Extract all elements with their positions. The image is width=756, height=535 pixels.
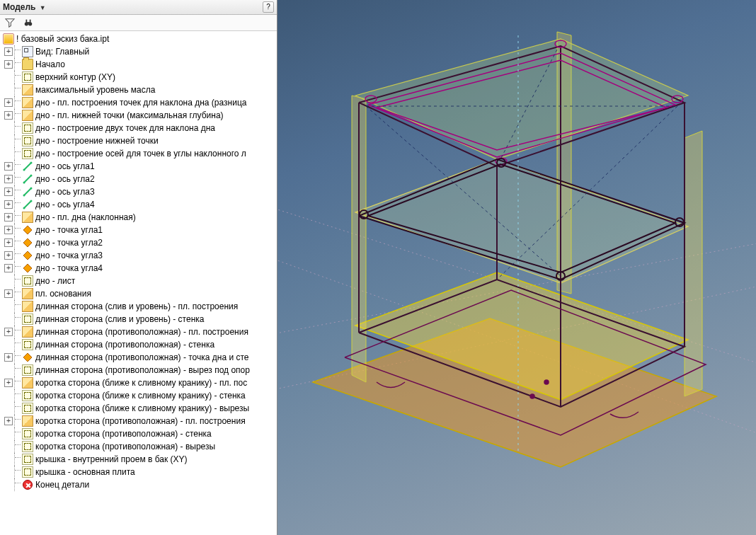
expand-toggle[interactable]: + (4, 379, 13, 387)
tree-item-label: пл. основания (35, 289, 91, 299)
tree-connector (14, 415, 21, 427)
expand-toggle[interactable]: + (4, 188, 13, 196)
tree-item-label: дно - точка угла2 (35, 238, 103, 248)
expand-toggle[interactable]: + (4, 264, 13, 272)
view-icon (22, 46, 33, 57)
work-point-icon (22, 352, 33, 363)
expand-toggle[interactable]: + (4, 226, 13, 234)
tree-item[interactable]: коротка сторона (противоположная) - стен… (1, 427, 277, 440)
tree-item[interactable]: +Начало (1, 58, 277, 71)
tree-item[interactable]: дно - построение двух точек для наклона … (1, 122, 277, 134)
panel-title[interactable]: Модель ▼ (3, 2, 260, 12)
tree-item-label: коротка сторона (ближе к сливному краник… (35, 403, 249, 413)
tree-item[interactable]: максимальный уровень масла (1, 84, 277, 96)
expand-toggle[interactable]: + (4, 213, 13, 222)
tree-item[interactable]: Конец детали (1, 478, 277, 491)
expand-toggle[interactable]: + (4, 328, 13, 336)
tree-connector (14, 122, 21, 134)
3d-viewport[interactable] (277, 0, 756, 535)
expand-toggle[interactable]: + (4, 60, 13, 69)
tree-item[interactable]: +коротка сторона (противоположная) - пл.… (1, 415, 277, 427)
tree-item[interactable]: +дно - точка угла2 (1, 236, 277, 249)
tree-item[interactable]: +дно - ось угла4 (1, 198, 277, 211)
tree-item-label: дно - точка угла1 (35, 225, 103, 235)
expand-toggle[interactable]: + (4, 175, 13, 183)
tree-item[interactable]: длинная сторона (противоположная) - стен… (1, 338, 277, 351)
help-button[interactable]: ? (263, 1, 274, 13)
svg-point-6 (23, 169, 25, 171)
expand-spacer (4, 442, 13, 451)
tree-connector (14, 300, 21, 313)
tree-item[interactable]: +дно - ось угла1 (1, 160, 277, 173)
tree-item[interactable]: дно - построение осей для точек в углы н… (1, 147, 277, 160)
sketch-icon (22, 441, 33, 452)
expand-toggle[interactable]: + (4, 47, 13, 56)
expand-toggle[interactable]: + (4, 353, 13, 362)
work-axis-icon (22, 161, 33, 172)
tree-item-label: длинная сторона (противоположная) - точк… (35, 352, 249, 362)
expand-toggle[interactable]: + (4, 111, 13, 120)
tree-item-label: коротка сторона (ближе к сливному краник… (35, 378, 247, 388)
sketch-icon (22, 148, 33, 159)
tree-connector (14, 84, 21, 96)
tree-item[interactable]: дно - лист (1, 275, 277, 287)
expand-toggle[interactable]: + (4, 162, 13, 171)
expand-toggle[interactable]: + (4, 98, 13, 107)
tree-item[interactable]: +длинная сторона (противоположная) - пл.… (1, 326, 277, 338)
tree-item[interactable]: +дно - точка угла1 (1, 224, 277, 236)
tree-item[interactable]: +дно - пл. нижней точки (максимальная гл… (1, 109, 277, 122)
expand-spacer (4, 73, 13, 81)
svg-marker-30 (685, 131, 702, 396)
tree-item[interactable]: длинная сторона (противоположная) - выре… (1, 364, 277, 376)
tree-connector (14, 45, 21, 58)
tree-item[interactable]: +дно - пл. дна (наклонная) (1, 211, 277, 224)
tree-item[interactable]: +Вид: Главный (1, 45, 277, 58)
tree-item-label: Конец детали (35, 480, 89, 490)
tree-item[interactable]: +коротка сторона (ближе к сливному крани… (1, 376, 277, 389)
expand-spacer (4, 468, 13, 476)
tree-item[interactable]: +дно - ось угла2 (1, 173, 277, 185)
model-canvas (277, 0, 756, 535)
work-plane-icon (22, 301, 33, 312)
expand-spacer (4, 430, 13, 438)
tree-item[interactable]: крышка - внутренний проем в бак (XY) (1, 453, 277, 466)
tree-item[interactable]: длинная сторона (слив и уровень) - пл. п… (1, 300, 277, 313)
tree-item[interactable]: коротка сторона (ближе к сливному краник… (1, 389, 277, 402)
tree-item[interactable]: +пл. основания (1, 287, 277, 300)
find-icon[interactable] (23, 17, 34, 28)
feature-tree[interactable]: ! базовый эскиз бака.ipt +Вид: Главный+Н… (0, 31, 277, 535)
tree-connector (14, 262, 21, 275)
svg-line-8 (24, 176, 31, 183)
tree-item-label: длинная сторона (слив и уровень) - стенк… (35, 314, 204, 324)
svg-line-5 (24, 163, 31, 170)
tree-item-label: коротка сторона (ближе к сливному краник… (35, 391, 246, 401)
expand-toggle[interactable]: + (4, 417, 13, 425)
tree-connector (14, 134, 21, 147)
expand-toggle[interactable]: + (4, 289, 13, 298)
tree-item[interactable]: верхний контур (XY) (1, 71, 277, 84)
work-plane-icon (22, 97, 33, 108)
tree-item[interactable]: коротка сторона (ближе к сливному краник… (1, 402, 277, 415)
tree-connector (14, 427, 21, 440)
tree-root-row[interactable]: ! базовый эскиз бака.ipt (1, 33, 277, 45)
work-plane-icon (22, 326, 33, 338)
tree-item[interactable]: коротка сторона (противоположная) - выре… (1, 440, 277, 453)
tree-item-label: длинная сторона (слив и уровень) - пл. п… (35, 301, 238, 311)
expand-toggle[interactable]: + (4, 238, 13, 247)
tree-item[interactable]: +дно - точка угла4 (1, 262, 277, 275)
tree-item[interactable]: +длинная сторона (противоположная) - точ… (1, 351, 277, 364)
tree-item[interactable]: крышка - основная плита (1, 466, 277, 478)
tree-item[interactable]: длинная сторона (слив и уровень) - стенк… (1, 313, 277, 326)
tree-item-label: верхний контур (XY) (35, 72, 115, 82)
tree-connector (14, 466, 21, 478)
expand-toggle[interactable]: + (4, 251, 13, 260)
tree-item[interactable]: дно - построение нижней точки (1, 134, 277, 147)
tree-item[interactable]: +дно - пл. построения точек для наклона … (1, 96, 277, 109)
svg-point-50 (544, 380, 549, 384)
tree-item[interactable]: +дно - ось угла3 (1, 185, 277, 198)
filter-icon[interactable] (4, 17, 16, 28)
svg-marker-20 (23, 264, 32, 272)
expand-toggle[interactable]: + (4, 200, 13, 209)
folder-icon (22, 59, 33, 70)
tree-item[interactable]: +дно - точка угла3 (1, 249, 277, 262)
